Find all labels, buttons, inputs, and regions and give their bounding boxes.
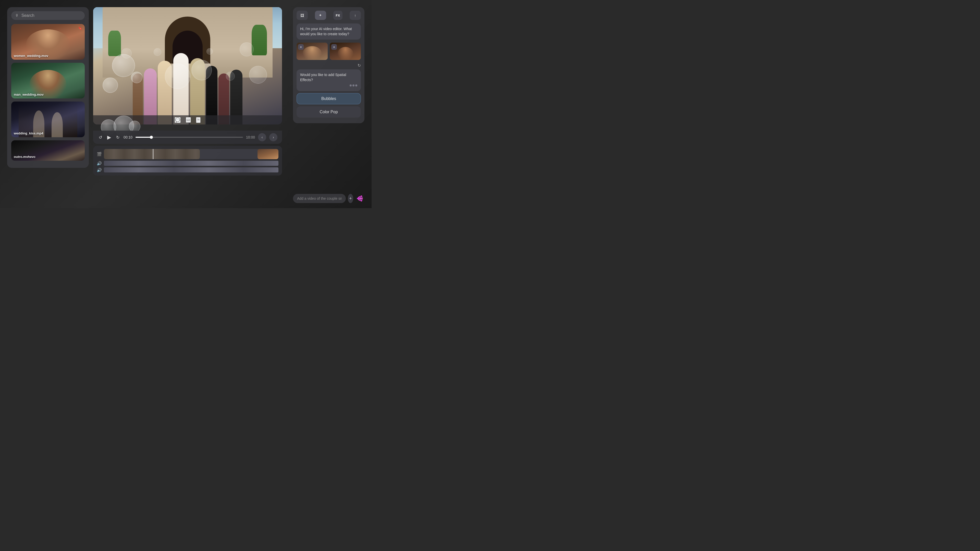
speech-bubble-icon[interactable]: 💬 — [175, 117, 181, 123]
fx-tool-button[interactable]: FX — [333, 11, 343, 20]
play-button[interactable]: ▶ — [106, 133, 112, 141]
effect-color-pop[interactable]: Color Pop — [297, 106, 361, 118]
bookmark-icon: 🔖 — [78, 26, 82, 30]
sparkle-dot-2 — [352, 84, 355, 86]
progress-fill — [135, 137, 151, 138]
sparkle-tool-button[interactable]: ✦ — [315, 11, 326, 20]
ai-toolbar: 🖼 ✦ FX ↑ — [297, 11, 361, 20]
audio-track-2: 🔊 — [97, 167, 278, 172]
ai-effects-text: Would you like to add Spatial Effects? — [300, 73, 357, 83]
video-track: 🎬 — [97, 149, 278, 159]
prev-button[interactable]: ‹ — [258, 133, 266, 141]
ai-media-thumbnails: + + — [297, 43, 361, 60]
timeline: 🎬 🔊 🔊 — [93, 146, 282, 176]
effect-bubbles-label: Bubbles — [321, 97, 336, 101]
audio-waveform-1[interactable] — [104, 161, 278, 166]
sparkle-dot-1 — [350, 84, 352, 86]
landscape-icon[interactable]: 🏔 — [186, 117, 191, 123]
video-controls: ↺ ▶ ↻ 00:10 10:00 ‹ › — [93, 130, 282, 144]
media-library-panel: 🎙 women_wedding.mov 🔖 man_wedding.mov we… — [7, 7, 89, 168]
share-tool-button[interactable]: ↑ — [350, 11, 361, 20]
forward-button[interactable]: ↻ — [115, 134, 121, 141]
rewind-button[interactable]: ↺ — [98, 134, 103, 141]
microphone-icon: 🎙 — [15, 14, 19, 17]
media-filename-man: man_wedding.mov — [14, 93, 44, 97]
sparkle-dot-3 — [355, 84, 357, 86]
media-item-outro[interactable]: outro.mvhevc — [11, 140, 85, 161]
video-frame: 💬 🏔 ⚑ — [93, 7, 282, 124]
photo-tool-button[interactable]: 🖼 — [297, 11, 308, 20]
media-item-women-wedding[interactable]: women_wedding.mov 🔖 — [11, 24, 85, 60]
search-input[interactable] — [21, 13, 81, 18]
chat-input-area: + — [293, 194, 364, 203]
search-bar[interactable]: 🎙 — [11, 11, 85, 20]
media-filename-kiss: wedding_kiss.mp4 — [14, 131, 43, 135]
flag-icon[interactable]: ⚑ — [196, 117, 200, 123]
refresh-icon: ↻ — [358, 63, 361, 68]
ai-panel: 🖼 ✦ FX ↑ Hi, I'm your AI video editor. W… — [293, 7, 364, 123]
ai-effects-bubble: Would you like to add Spatial Effects? — [297, 69, 361, 91]
current-time: 00:10 — [124, 135, 132, 139]
effect-bubbles[interactable]: Bubbles — [297, 93, 361, 104]
ai-thumb-2[interactable]: + — [330, 43, 361, 60]
video-track-icon: 🎬 — [97, 152, 102, 157]
video-player: 💬 🏔 ⚑ ↺ ▶ ↻ 00:10 10:00 ‹ › 🎬 — [93, 7, 282, 176]
next-button[interactable]: › — [269, 133, 277, 141]
media-filename-women: women_wedding.mov — [14, 54, 48, 58]
media-filename-outro: outro.mvhevc — [14, 155, 35, 159]
chat-add-button[interactable]: + — [348, 194, 353, 203]
video-scene — [93, 7, 282, 124]
send-icon — [355, 194, 364, 203]
ai-greeting-bubble: Hi, I'm your AI video editor. What would… — [297, 24, 361, 40]
audio-icon-1: 🔊 — [97, 161, 102, 166]
chat-input[interactable] — [293, 194, 346, 203]
media-item-man-wedding[interactable]: man_wedding.mov — [11, 63, 85, 98]
audio-track-1: 🔊 — [97, 161, 278, 166]
media-item-wedding-kiss[interactable]: wedding_kiss.mp4 — [11, 102, 85, 137]
playhead — [153, 149, 153, 159]
audio-waveform-2[interactable] — [104, 167, 278, 172]
track-bar-video[interactable] — [104, 149, 278, 159]
add-media-overlay-1[interactable]: + — [298, 44, 304, 50]
ai-thumb-1[interactable]: + — [297, 43, 328, 60]
end-time: 10:00 — [246, 135, 255, 139]
audio-icon-2: 🔊 — [97, 168, 102, 172]
ai-greeting-text: Hi, I'm your AI video editor. What would… — [300, 27, 357, 37]
add-media-overlay-2[interactable]: + — [331, 44, 337, 50]
progress-bar[interactable] — [135, 137, 243, 138]
effect-color-pop-label: Color Pop — [320, 110, 338, 114]
send-button[interactable] — [355, 194, 364, 203]
